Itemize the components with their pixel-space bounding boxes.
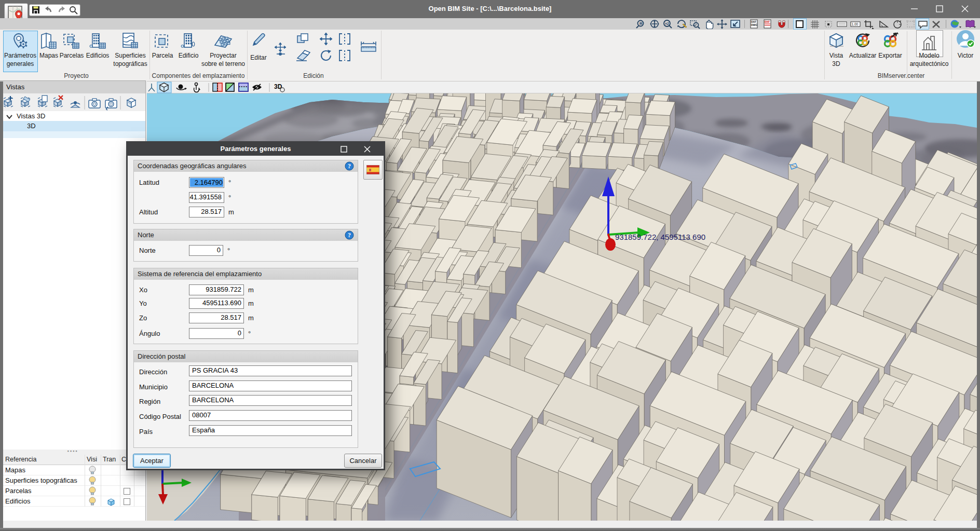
svg-text:×2: ×2 [665, 22, 669, 25]
svg-text:3D: 3D [274, 83, 282, 90]
svg-text:?: ? [348, 232, 351, 239]
svg-text:931859.722, 4595113 690: 931859.722, 4595113 690 [615, 233, 705, 241]
svg-text:1.00: 1.00 [852, 22, 859, 26]
svg-text:R: R [639, 21, 643, 26]
svg-text:DWG: DWG [751, 23, 757, 26]
svg-text:DXF: DXF [765, 20, 770, 23]
svg-text:?: ? [348, 162, 351, 170]
